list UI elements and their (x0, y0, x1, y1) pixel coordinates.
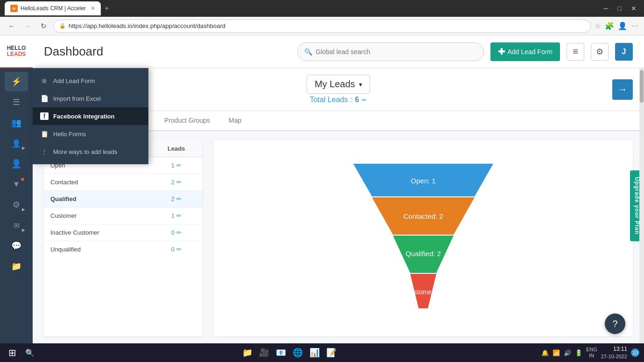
app-layout: HELLO LEADS ⚡ ☰ 👥 👤▶ 👤 ▼ ⚙▶ ✉▶ 💬 📁 (0, 35, 644, 343)
sidebar-item-email[interactable]: ✉▶ (5, 216, 28, 235)
app-header: Dashboard 🔍 ✚ Add Lead Form ≡ ⚙ J (33, 35, 644, 68)
svg-text:Contacted: 2: Contacted: 2 (403, 212, 443, 220)
taskbar-icon-browser[interactable]: 🌐 (290, 345, 306, 361)
header-settings-button[interactable]: ⚙ (591, 43, 609, 61)
sidebar-item-chat[interactable]: 💬 (5, 236, 28, 256)
tab-product-groups[interactable]: Product Groups (155, 111, 219, 130)
taskbar-clock: 13:11 27-10-2022 (601, 345, 627, 360)
taskbar: ⊞ 🔍 📁 🎥 📧 🌐 📊 📝 🔔 📶 🔊 🔋 ENGIN 13:11 27-1… (0, 343, 644, 362)
svg-text:Open: 1: Open: 1 (411, 177, 435, 185)
total-leads-edit-icon[interactable]: ✏ (362, 97, 367, 104)
more-ways-icon: ⋮ (40, 148, 49, 155)
tab-favicon: H (10, 5, 18, 12)
my-leads-label: My Leads (315, 79, 355, 90)
sidebar-icons: ⚡ ☰ 👥 👤▶ 👤 ▼ ⚙▶ ✉▶ 💬 📁 (5, 68, 28, 343)
browser-chrome: H HelloLeads CRM | Accelerate Yo... ✕ + … (0, 0, 644, 17)
import-excel-icon: 📄 (40, 95, 49, 102)
taskbar-icon-video[interactable]: 🎥 (256, 345, 272, 361)
more-ways-label: More ways to add leads (53, 148, 117, 155)
taskbar-notification-badge[interactable]: 10 (631, 348, 639, 357)
taskbar-battery-icon: 🔋 (575, 349, 582, 356)
taskbar-notification-icon[interactable]: 🔔 (541, 349, 549, 356)
sidebar-item-contacts[interactable]: 👥 (5, 113, 28, 132)
taskbar-search-icon[interactable]: 🔍 (22, 345, 37, 360)
taskbar-icon-word[interactable]: 📝 (323, 345, 339, 361)
leads-inactive-customer[interactable]: 0 ✏ (150, 224, 203, 241)
taskbar-wifi-icon: 📶 (553, 349, 560, 356)
svg-text:Customer: 1: Customer: 1 (406, 288, 441, 296)
funnel-badge (21, 178, 24, 181)
page-scrollbar[interactable] (639, 68, 644, 343)
nav-back-button[interactable]: ← (6, 20, 18, 32)
table-row: Unqualified 0 ✏ (44, 241, 203, 258)
search-icon: 🔍 (304, 48, 312, 56)
dropdown-item-facebook[interactable]: f Facebook Integration (33, 107, 148, 125)
nav-reload-button[interactable]: ↻ (37, 20, 49, 32)
leads-nav-right-button[interactable]: → (612, 79, 633, 100)
tab-map[interactable]: Map (219, 111, 251, 130)
browser-tab[interactable]: H HelloLeads CRM | Accelerate Yo... ✕ (5, 1, 101, 15)
leads-customer[interactable]: 1 ✏ (150, 208, 203, 224)
help-button[interactable]: ? (605, 313, 625, 334)
sidebar-item-funnel[interactable]: ▼ (5, 174, 28, 194)
add-lead-form-button[interactable]: ✚ Add Lead Form (490, 42, 560, 61)
table-header-leads: Leads (150, 140, 203, 157)
leads-open[interactable]: 1 ✏ (150, 157, 203, 174)
nav-forward-button[interactable]: → (21, 20, 34, 32)
taskbar-start-button[interactable]: ⊞ (5, 345, 20, 360)
stage-customer: Customer (44, 208, 150, 224)
svg-text:Qualified: 2: Qualified: 2 (406, 250, 441, 258)
dropdown-item-add-lead[interactable]: ⊕ Add Lead Form (33, 72, 148, 90)
header-menu-button[interactable]: ≡ (567, 43, 584, 61)
taskbar-volume-icon: 🔊 (564, 349, 571, 356)
taskbar-icon-explorer[interactable]: 📁 (239, 345, 255, 361)
address-bar[interactable]: 🔒 https://app.helloleads.io/index.php/ap… (53, 20, 591, 33)
new-tab-icon[interactable]: + (105, 4, 109, 13)
funnel-svg: Open: 1 Contacted: 2 Qualified: 2 Custom… (330, 159, 517, 318)
lock-icon: 🔒 (59, 23, 66, 29)
logo-area[interactable]: HELLO LEADS (0, 35, 33, 68)
browser-star-icon[interactable]: ☆ (595, 21, 601, 30)
header-avatar[interactable]: J (615, 43, 633, 61)
stage-unqualified: Unqualified (44, 241, 150, 258)
maximize-btn[interactable]: □ (615, 5, 624, 12)
scrollbar-thumb[interactable] (640, 70, 644, 103)
global-search-bar[interactable]: 🔍 (297, 42, 484, 61)
facebook-icon: f (40, 112, 49, 120)
dropdown-caret-icon: ▾ (359, 81, 362, 88)
minimize-btn[interactable]: ─ (601, 5, 611, 12)
add-lead-item-icon: ⊕ (40, 77, 49, 84)
browser-extensions-icon[interactable]: 🧩 (605, 21, 614, 30)
import-excel-label: Import from Excel (53, 95, 101, 102)
dropdown-item-more-ways[interactable]: ⋮ More ways to add leads (33, 143, 148, 160)
dropdown-menu-overlay: ⊕ Add Lead Form 📄 Import from Excel f Fa… (33, 68, 148, 164)
total-leads-count: 6 (355, 96, 359, 104)
dropdown-item-hello-forms[interactable]: 📋 Hello Forms (33, 125, 148, 143)
taskbar-icon-email[interactable]: 📧 (273, 345, 289, 361)
table-row: Contacted 2 ✏ (44, 174, 203, 191)
total-leads-display: Total Leads : 6 ✏ (307, 96, 370, 104)
leads-qualified[interactable]: 2 ✏ (150, 191, 203, 208)
leads-unqualified[interactable]: 0 ✏ (150, 241, 203, 258)
close-btn[interactable]: ✕ (628, 5, 639, 12)
hello-forms-label: Hello Forms (53, 131, 86, 138)
sidebar-item-settings[interactable]: ⚙▶ (5, 195, 28, 215)
search-input[interactable] (316, 48, 477, 56)
tab-close-icon[interactable]: ✕ (91, 5, 95, 12)
browser-profile-icon[interactable]: 👤 (618, 21, 627, 30)
add-icon: ✚ (498, 47, 505, 57)
browser-more-icon[interactable]: ⋯ (631, 21, 638, 30)
taskbar-icons-group: 📁 🎥 📧 🌐 📊 📝 (40, 345, 539, 361)
sidebar-item-dashboard[interactable]: ⚡ (5, 72, 28, 91)
sidebar-item-user-plus[interactable]: 👤▶ (5, 133, 28, 153)
facebook-label: Facebook Integration (53, 113, 114, 120)
sidebar-item-files[interactable]: 📁 (5, 257, 28, 276)
dropdown-item-import-excel[interactable]: 📄 Import from Excel (33, 90, 148, 107)
page-title: Dashboard (44, 44, 103, 59)
my-leads-dropdown[interactable]: My Leads ▾ (307, 75, 370, 94)
taskbar-icon-excel[interactable]: 📊 (307, 345, 322, 361)
address-bar-row: ← → ↻ 🔒 https://app.helloleads.io/index.… (0, 17, 644, 35)
leads-contacted[interactable]: 2 ✏ (150, 174, 203, 191)
sidebar-item-list[interactable]: ☰ (5, 92, 28, 112)
sidebar-item-profile[interactable]: 👤 (5, 154, 28, 174)
